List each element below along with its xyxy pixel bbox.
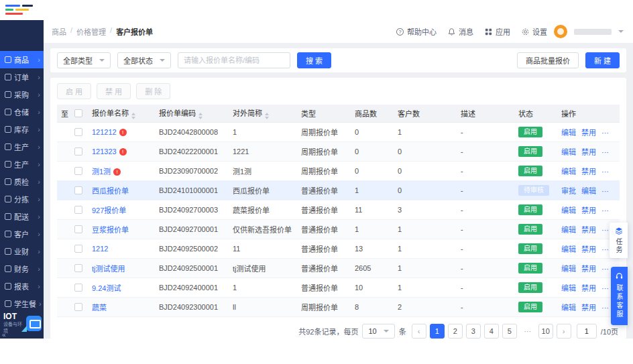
page-button[interactable]: 5 [502, 324, 517, 339]
type-select[interactable]: 全部类型 [57, 52, 111, 68]
sidebar-item-1[interactable]: 订单› [0, 68, 44, 86]
row-checkbox[interactable] [74, 264, 82, 272]
sidebar-item-8[interactable]: 分拣› [0, 190, 44, 208]
chevron-down-icon[interactable] [618, 30, 624, 33]
row-checkbox[interactable] [74, 245, 82, 253]
row-checkbox[interactable] [74, 303, 82, 311]
delete-button[interactable]: 删 除 [136, 83, 170, 99]
sidebar-item-2[interactable]: 采购› [0, 86, 44, 103]
quote-name-link[interactable]: 蔬菜 [92, 304, 107, 312]
next-page-button[interactable]: › [557, 324, 571, 339]
batch-quote-button[interactable]: 商品批量报价 [517, 52, 579, 68]
sidebar-item-6[interactable]: 生产› [0, 156, 44, 173]
op-link[interactable]: ··· [601, 206, 609, 215]
op-link[interactable]: ··· [601, 245, 609, 253]
op-link[interactable]: 禁用 [581, 304, 596, 312]
page-jump-input[interactable] [577, 324, 597, 339]
op-link[interactable]: 编辑 [561, 245, 576, 253]
op-link[interactable]: ··· [601, 148, 609, 156]
search-button[interactable]: 搜 索 [297, 52, 331, 68]
sidebar-item-0[interactable]: 商品› [0, 51, 44, 68]
op-link[interactable]: ··· [601, 187, 609, 195]
quote-name-link[interactable]: 9.24测试 [92, 284, 121, 292]
row-checkbox[interactable] [74, 206, 82, 214]
op-link[interactable]: 编辑 [581, 187, 596, 195]
row-checkbox[interactable] [74, 167, 82, 175]
enable-button[interactable]: 启 用 [57, 83, 91, 99]
op-link[interactable]: 审批 [561, 187, 576, 195]
row-checkbox[interactable] [74, 147, 82, 156]
op-link[interactable]: 禁用 [581, 168, 596, 176]
row-checkbox[interactable] [74, 128, 82, 136]
op-link[interactable]: 编辑 [561, 148, 576, 156]
sidebar-item-5[interactable]: 生产› [0, 138, 44, 156]
op-link[interactable]: 禁用 [581, 148, 596, 156]
op-link[interactable]: ··· [601, 168, 609, 176]
page-size-select[interactable]: 10 [362, 324, 394, 339]
quote-name-link[interactable]: 测1测 [92, 168, 111, 176]
sidebar-item-11[interactable]: 业财› [0, 243, 44, 260]
breadcrumb-item[interactable]: 商品 [52, 26, 66, 37]
sort-icon[interactable] [198, 113, 203, 119]
op-link[interactable]: 禁用 [581, 206, 596, 215]
op-link[interactable]: ··· [601, 265, 609, 273]
page-button[interactable]: 4 [484, 324, 499, 339]
op-link[interactable]: 编辑 [561, 304, 576, 312]
sidebar-item-14[interactable]: 学生餐› [0, 295, 44, 312]
op-link[interactable]: ··· [601, 129, 609, 137]
status-select[interactable]: 全部状态 [117, 52, 171, 68]
page-button[interactable]: 2 [448, 324, 463, 339]
op-link[interactable]: ··· [601, 304, 609, 312]
disable-button[interactable]: 禁 用 [97, 83, 131, 99]
expand-all-header[interactable]: 至 [57, 105, 70, 122]
create-button[interactable]: 新 建 [585, 52, 620, 68]
page-button[interactable]: 3 [466, 324, 481, 339]
tasks-float-button[interactable]: 任务 [610, 223, 628, 258]
row-checkbox[interactable] [74, 225, 82, 233]
sidebar-item-4[interactable]: 库存› [0, 121, 44, 138]
op-link[interactable]: 编辑 [561, 168, 576, 176]
topbar-action-gear[interactable]: 设置 [521, 26, 547, 37]
op-link[interactable]: 禁用 [581, 284, 596, 292]
quote-name-link[interactable]: 豆浆报价单 [92, 226, 129, 234]
sidebar-item-13[interactable]: 报表› [0, 278, 44, 295]
op-link[interactable]: 编辑 [561, 206, 576, 215]
op-link[interactable]: 禁用 [581, 226, 596, 234]
sort-icon[interactable] [131, 113, 135, 119]
op-link[interactable]: ··· [601, 226, 609, 234]
op-link[interactable]: 禁用 [581, 129, 596, 137]
sidebar-collapse-icon[interactable]: « [2, 331, 6, 339]
topbar-action-help[interactable]: ?帮助中心 [396, 26, 437, 37]
topbar-action-apps[interactable]: 应用 [484, 26, 510, 37]
search-input[interactable] [178, 52, 290, 68]
op-link[interactable]: 编辑 [561, 129, 576, 137]
page-button[interactable]: 10 [538, 324, 553, 339]
iot-device-icon[interactable] [26, 316, 42, 331]
op-link[interactable]: 禁用 [581, 245, 596, 253]
op-link[interactable]: 编辑 [561, 226, 576, 234]
op-link[interactable]: 编辑 [561, 284, 576, 292]
breadcrumb-item[interactable]: 价格管理 [76, 26, 106, 37]
op-link[interactable]: 禁用 [581, 265, 596, 273]
prev-page-button[interactable]: ‹ [412, 324, 426, 339]
quote-name-link[interactable]: 1212 [92, 245, 108, 253]
quote-name-link[interactable]: tj测试使用 [92, 265, 125, 273]
sidebar-item-3[interactable]: 仓储› [0, 103, 44, 121]
op-link[interactable]: ··· [601, 284, 609, 292]
row-checkbox[interactable] [74, 186, 82, 194]
sidebar-item-10[interactable]: 客户› [0, 225, 44, 243]
sidebar-item-7[interactable]: 质检› [0, 173, 44, 190]
customer-service-float-button[interactable]: 联系客服 [611, 267, 628, 325]
topbar-action-bell[interactable]: 消息 [447, 26, 473, 37]
quote-name-link[interactable]: 927报价单 [92, 206, 126, 215]
sidebar-item-12[interactable]: 财务› [0, 260, 44, 278]
quote-name-link[interactable]: 西瓜报价单 [92, 187, 129, 195]
page-button[interactable]: 1 [430, 324, 445, 339]
op-link[interactable]: 编辑 [561, 265, 576, 273]
sidebar-item-9[interactable]: 配送› [0, 208, 44, 225]
select-all-checkbox[interactable] [74, 109, 82, 117]
quote-name-link[interactable]: 121212 [92, 128, 117, 136]
row-checkbox[interactable] [74, 284, 82, 292]
avatar[interactable] [554, 25, 567, 38]
sort-icon[interactable] [265, 113, 269, 119]
